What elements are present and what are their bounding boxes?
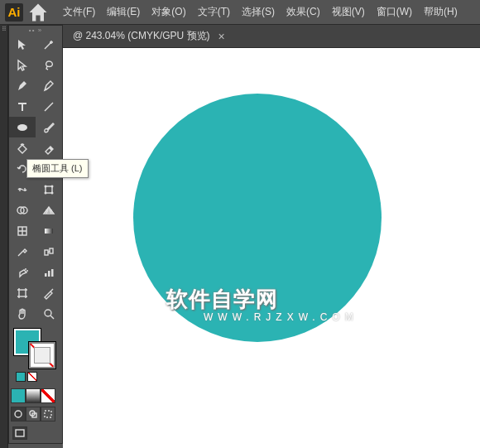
menu-help[interactable]: 帮助(H) [419, 2, 463, 22]
draw-mode-row [9, 405, 62, 423]
color-mode-none[interactable] [41, 388, 55, 403]
document-tabbar: @ 243.04% (CMYK/GPU 预览) × [0, 25, 480, 48]
svg-point-21 [15, 411, 22, 417]
color-mode-gradient[interactable] [26, 388, 41, 403]
toolbox-panel: •• » [8, 25, 63, 444]
svg-rect-19 [19, 290, 26, 296]
shape-builder-tool[interactable] [9, 200, 36, 220]
svg-point-0 [17, 124, 27, 131]
symbol-sprayer-tool[interactable] [9, 262, 36, 282]
dock-grip-icon[interactable]: ⠿ [0, 25, 8, 33]
tool-tooltip: 椭圆工具 (L) [26, 159, 89, 178]
svg-point-5 [51, 185, 54, 187]
svg-rect-24 [45, 411, 51, 417]
draw-behind[interactable] [26, 407, 41, 422]
gradient-tool[interactable] [36, 220, 62, 241]
svg-rect-18 [51, 269, 54, 277]
free-transform-tool[interactable] [36, 179, 62, 200]
menu-type[interactable]: 文字(T) [193, 2, 235, 22]
paintbrush-tool[interactable] [36, 117, 62, 137]
panel-dock: ⠿ [0, 25, 8, 448]
magic-wand-tool[interactable] [36, 34, 62, 55]
type-tool[interactable] [9, 96, 36, 117]
ellipse-tool[interactable] [9, 117, 36, 137]
watermark-url: WWW.RJZXW.COM [204, 311, 358, 323]
svg-rect-13 [50, 248, 53, 253]
document-tab[interactable]: @ 243.04% (CMYK/GPU 预览) × [65, 25, 233, 47]
menu-select[interactable]: 选择(S) [237, 2, 280, 22]
svg-rect-11 [45, 229, 53, 234]
color-mode-row [9, 387, 62, 405]
tab-close-icon[interactable]: × [218, 30, 225, 43]
screen-mode-button[interactable] [12, 426, 27, 440]
menu-effect[interactable]: 效果(C) [281, 2, 325, 22]
color-mode-solid[interactable] [11, 388, 26, 403]
svg-point-15 [26, 270, 28, 272]
mesh-tool[interactable] [9, 220, 36, 241]
perspective-grid-tool[interactable] [36, 200, 62, 220]
home-button[interactable] [26, 3, 50, 22]
svg-point-14 [25, 268, 26, 270]
titlebar: Ai 文件(F) 编辑(E) 对象(O) 文字(T) 选择(S) 效果(C) 视… [0, 0, 480, 25]
main-menu: 文件(F) 编辑(E) 对象(O) 文字(T) 选择(S) 效果(C) 视图(V… [58, 2, 463, 22]
mini-swatch-1[interactable] [16, 372, 26, 382]
slice-tool[interactable] [36, 282, 62, 303]
zoom-tool[interactable] [36, 303, 62, 324]
svg-point-4 [45, 185, 47, 187]
toolbox-grip[interactable]: •• » [9, 26, 62, 34]
eraser-tool[interactable] [36, 137, 62, 158]
svg-point-20 [45, 310, 51, 316]
eyedropper-tool[interactable] [9, 241, 36, 262]
menu-edit[interactable]: 编辑(E) [102, 2, 145, 22]
column-graph-tool[interactable] [36, 262, 62, 282]
direct-selection-tool[interactable] [9, 55, 36, 75]
line-tool[interactable] [36, 96, 62, 117]
menu-view[interactable]: 视图(V) [327, 2, 370, 22]
stroke-color-swatch[interactable] [29, 342, 55, 369]
svg-rect-17 [48, 271, 50, 277]
color-swatch-area [9, 324, 62, 387]
blend-tool[interactable] [36, 241, 62, 262]
lasso-tool[interactable] [36, 55, 62, 75]
app-logo: Ai [5, 3, 23, 22]
menu-object[interactable]: 对象(O) [146, 2, 190, 22]
menu-file[interactable]: 文件(F) [58, 2, 100, 22]
artboard-tool[interactable] [9, 282, 36, 303]
pen-tool[interactable] [9, 75, 36, 96]
draw-inside[interactable] [41, 407, 55, 422]
width-tool[interactable] [9, 179, 36, 200]
svg-rect-3 [46, 186, 52, 193]
selection-tool[interactable] [9, 34, 36, 55]
watermark-text: 软件自学网 [166, 285, 278, 314]
curvature-tool[interactable] [36, 75, 62, 96]
document-tab-title: @ 243.04% (CMYK/GPU 预览) [73, 29, 210, 43]
shaper-tool[interactable] [9, 137, 36, 158]
svg-rect-12 [45, 250, 48, 255]
svg-point-6 [45, 191, 47, 194]
menu-window[interactable]: 窗口(W) [372, 2, 417, 22]
screen-mode-row [9, 423, 62, 443]
hand-tool[interactable] [9, 303, 36, 324]
svg-rect-25 [16, 430, 24, 436]
draw-normal[interactable] [11, 407, 26, 422]
mini-swatch-2[interactable] [27, 372, 37, 382]
svg-rect-16 [45, 273, 47, 277]
svg-point-7 [51, 191, 54, 194]
canvas-area[interactable]: 软件自学网 WWW.RJZXW.COM [63, 48, 480, 448]
